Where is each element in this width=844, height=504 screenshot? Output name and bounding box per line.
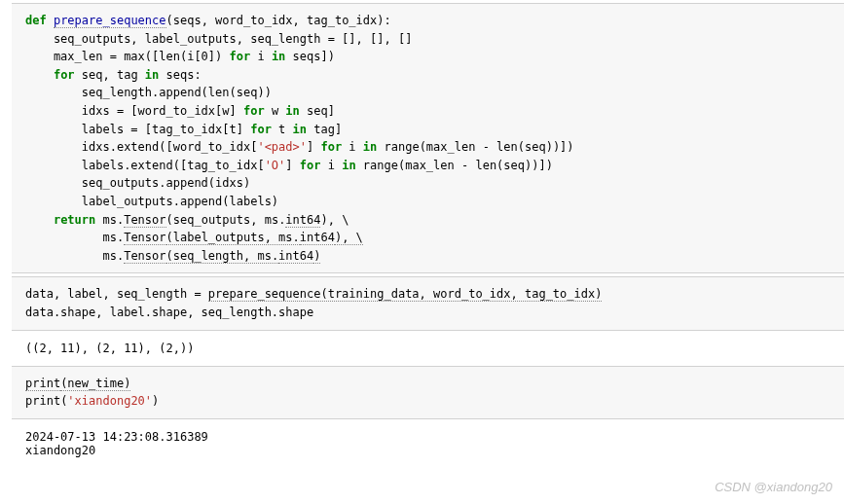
code-line: idxs.extend([word_to_idx['<pad>'] for i … bbox=[25, 138, 830, 157]
code-line: seq_outputs.append(idxs) bbox=[25, 174, 830, 193]
code-line: print(new_time) bbox=[25, 375, 830, 393]
code-line: data, label, seq_length = prepare_sequen… bbox=[25, 285, 830, 304]
output-text: ((2, 11), (2, 11), (2,)) bbox=[25, 342, 830, 355]
code-line: ms.Tensor(seq_length, ms.int64) bbox=[25, 247, 830, 266]
code-line: print('xiandong20') bbox=[25, 392, 830, 411]
code-line: def prepare_sequence(seqs, word_to_idx, … bbox=[25, 12, 830, 30]
code-cell-1[interactable]: def prepare_sequence(seqs, word_to_idx, … bbox=[12, 3, 844, 273]
code-line: ms.Tensor(label_outputs, ms.int64), \ bbox=[25, 229, 830, 247]
output-cell-3: 2024-07-13 14:23:08.316389 xiandong20 bbox=[12, 422, 844, 465]
code-line: data.shape, label.shape, seq_length.shap… bbox=[25, 304, 830, 322]
output-text: 2024-07-13 14:23:08.316389 bbox=[25, 430, 830, 444]
function-name: prepare_sequence bbox=[54, 14, 166, 28]
code-line: max_len = max([len(i[0]) for i in seqs]) bbox=[25, 48, 830, 66]
output-cell-2: ((2, 11), (2, 11), (2,)) bbox=[12, 334, 844, 363]
code-cell-3[interactable]: print(new_time) print('xiandong20') bbox=[12, 366, 844, 419]
code-line: seq_outputs, label_outputs, seq_length =… bbox=[25, 30, 830, 49]
code-line: for seq, tag in seqs: bbox=[25, 66, 830, 85]
code-line: seq_length.append(len(seq)) bbox=[25, 84, 830, 102]
keyword-def: def bbox=[25, 14, 47, 27]
code-line: label_outputs.append(labels) bbox=[25, 193, 830, 211]
code-line: return ms.Tensor(seq_outputs, ms.int64),… bbox=[25, 211, 830, 230]
code-line: labels.extend([tag_to_idx['O'] for i in … bbox=[25, 157, 830, 175]
code-cell-2[interactable]: data, label, seq_length = prepare_sequen… bbox=[12, 276, 844, 330]
code-line: idxs = [word_to_idx[w] for w in seq] bbox=[25, 102, 830, 121]
output-text: xiandong20 bbox=[25, 444, 830, 457]
params: (seqs, word_to_idx, tag_to_idx): bbox=[166, 14, 391, 27]
code-line: labels = [tag_to_idx[t] for t in tag] bbox=[25, 121, 830, 139]
